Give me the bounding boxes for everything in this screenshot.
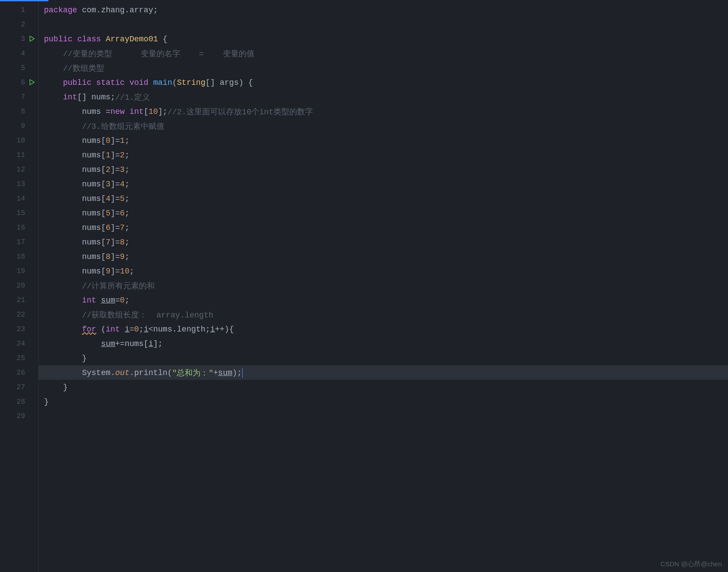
- semicolon: ;: [125, 180, 130, 189]
- code-line[interactable]: package com.zhang.array;: [39, 3, 728, 17]
- code-line[interactable]: nums[4]=5;: [39, 191, 728, 206]
- keyword: class: [77, 35, 101, 44]
- gutter-line-number[interactable]: 27: [0, 380, 38, 394]
- code-line-current[interactable]: System.out.println("总和为："+sum);: [39, 365, 728, 380]
- semicolon: ;: [125, 252, 130, 261]
- number: 10: [120, 267, 130, 276]
- identifier: nums: [91, 93, 110, 102]
- code-line[interactable]: }: [39, 394, 728, 409]
- gutter-line-number[interactable]: 21: [0, 293, 38, 307]
- code-line[interactable]: //变量的类型 变量的名字 = 变量的值: [39, 46, 728, 61]
- gutter-line-number[interactable]: 13: [0, 177, 38, 191]
- method-call: .println(: [129, 368, 172, 377]
- code-line[interactable]: }: [39, 351, 728, 365]
- semicolon: ;: [125, 165, 130, 174]
- gutter[interactable]: 1234567891011121314151617181920212223242…: [0, 0, 39, 572]
- code-line[interactable]: nums[1]=2;: [39, 148, 728, 162]
- code-line[interactable]: public class ArrayDemo01 {: [39, 32, 728, 46]
- code-line[interactable]: sum+=nums[i];: [39, 336, 728, 351]
- gutter-line-number[interactable]: 29: [0, 409, 38, 423]
- punct: ]=: [110, 151, 120, 160]
- code-line[interactable]: nums[2]=3;: [39, 162, 728, 177]
- identifier: nums: [82, 107, 106, 116]
- code-line[interactable]: [39, 17, 728, 32]
- code-line[interactable]: for (int i=0;i<nums.length;i++){: [39, 322, 728, 336]
- gutter-line-number[interactable]: 20: [0, 278, 38, 293]
- number: 2: [106, 165, 110, 174]
- gutter-line-number[interactable]: 19: [0, 264, 38, 278]
- number: 0: [106, 136, 110, 145]
- semicolon: ;: [153, 6, 158, 15]
- static-field: out: [115, 368, 129, 377]
- code-line[interactable]: int sum=0;: [39, 293, 728, 307]
- number: 9: [106, 267, 110, 276]
- gutter-line-number[interactable]: 15: [0, 206, 38, 220]
- gutter-line-number[interactable]: 1: [0, 3, 38, 17]
- gutter-line-number[interactable]: 22: [0, 307, 38, 322]
- keyword: void: [129, 78, 148, 87]
- gutter-line-number[interactable]: 10: [0, 133, 38, 148]
- code-line[interactable]: //3.给数组元素中赋值: [39, 119, 728, 133]
- run-icon[interactable]: [29, 79, 36, 86]
- gutter-line-number[interactable]: 9: [0, 119, 38, 133]
- code-line[interactable]: nums[3]=4;: [39, 177, 728, 191]
- gutter-line-number[interactable]: 18: [0, 249, 38, 264]
- code-line[interactable]: nums[9]=10;: [39, 264, 728, 278]
- punct: <nums.length;: [149, 325, 210, 334]
- identifier: sum: [218, 368, 232, 377]
- gutter-line-number[interactable]: 11: [0, 148, 38, 162]
- code-line[interactable]: nums[0]=1;: [39, 133, 728, 148]
- code-line[interactable]: [39, 409, 728, 423]
- identifier: nums[: [82, 194, 106, 203]
- code-line[interactable]: nums[5]=6;: [39, 206, 728, 220]
- number: 1: [106, 151, 110, 160]
- code-line[interactable]: nums[6]=7;: [39, 220, 728, 235]
- code-line[interactable]: nums[8]=9;: [39, 249, 728, 264]
- gutter-line-number[interactable]: 6: [0, 75, 38, 90]
- gutter-line-number[interactable]: 25: [0, 351, 38, 365]
- identifier: nums[: [82, 165, 106, 174]
- gutter-line-number[interactable]: 4: [0, 46, 38, 61]
- gutter-line-number[interactable]: 2: [0, 17, 38, 32]
- gutter-line-number[interactable]: 7: [0, 90, 38, 104]
- code-line[interactable]: //计算所有元素的和: [39, 278, 728, 293]
- paren: (: [172, 78, 177, 87]
- code-line[interactable]: public static void main(String[] args) {: [39, 75, 728, 90]
- watermark: CSDN @心昂@chen: [660, 560, 722, 568]
- number: 8: [106, 252, 110, 261]
- gutter-line-number[interactable]: 28: [0, 394, 38, 409]
- gutter-line-number[interactable]: 5: [0, 61, 38, 75]
- gutter-line-number[interactable]: 17: [0, 235, 38, 249]
- number: 7: [120, 223, 125, 232]
- gutter-line-number[interactable]: 24: [0, 336, 38, 351]
- number: 4: [120, 180, 125, 189]
- bracket: [: [144, 107, 149, 116]
- gutter-line-number[interactable]: 23: [0, 322, 38, 336]
- punct: +=nums[: [115, 339, 149, 348]
- code-line[interactable]: }: [39, 380, 728, 394]
- code-editor[interactable]: 1234567891011121314151617181920212223242…: [0, 0, 728, 572]
- class-name: ArrayDemo01: [106, 35, 158, 44]
- code-line[interactable]: nums =new int[10];//2.这里面可以存放10个int类型的数字: [39, 104, 728, 119]
- code-line[interactable]: //数组类型: [39, 61, 728, 75]
- code-area[interactable]: package com.zhang.array; public class Ar…: [39, 0, 728, 572]
- gutter-line-number[interactable]: 3: [0, 32, 38, 46]
- number: 3: [120, 165, 125, 174]
- gutter-line-number[interactable]: 8: [0, 104, 38, 119]
- identifier: i: [144, 325, 149, 334]
- semicolon: ;: [125, 223, 130, 232]
- code-line[interactable]: int[] nums;//1.定义: [39, 90, 728, 104]
- identifier: nums[: [82, 209, 106, 218]
- keyword: new: [110, 107, 129, 116]
- number: 5: [106, 209, 110, 218]
- gutter-line-number[interactable]: 14: [0, 191, 38, 206]
- number: 1: [120, 136, 125, 145]
- punct: ]=: [110, 252, 120, 261]
- code-line[interactable]: nums[7]=8;: [39, 235, 728, 249]
- gutter-line-number[interactable]: 26: [0, 365, 38, 380]
- run-icon[interactable]: [29, 36, 36, 43]
- gutter-line-number[interactable]: 16: [0, 220, 38, 235]
- gutter-line-number[interactable]: 12: [0, 162, 38, 177]
- keyword: package: [44, 6, 77, 15]
- code-line[interactable]: //获取数组长度： array.length: [39, 307, 728, 322]
